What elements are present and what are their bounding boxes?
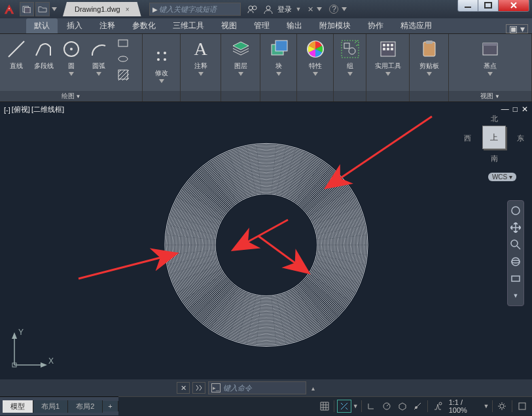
- svg-line-87: [414, 403, 421, 409]
- layout-tab-1[interactable]: 布局1: [33, 400, 68, 413]
- tab-featured[interactable]: 精选应用: [393, 18, 440, 33]
- close-document-icon[interactable]: ×: [126, 6, 130, 13]
- window-controls: [458, 0, 529, 12]
- viewport-label[interactable]: [-] [俯视] [二维线框]: [4, 105, 64, 114]
- command-input[interactable]: ▸_ 键入命令: [208, 381, 306, 394]
- vp-maximize-icon[interactable]: □: [513, 105, 518, 114]
- svg-rect-26: [391, 44, 393, 46]
- tab-view[interactable]: 视图: [213, 18, 245, 33]
- tool-utility[interactable]: 实用工具: [374, 37, 402, 77]
- tab-3dtools[interactable]: 三维工具: [165, 18, 212, 33]
- tab-insert[interactable]: 插入: [59, 18, 90, 33]
- sb-snap-drop[interactable]: ▼: [353, 403, 359, 409]
- ribbon: 直线 多段线 圆 圆弧 绘图 ▼ 修改 A注释 图层 块: [0, 34, 532, 102]
- tool-properties[interactable]: 特性: [303, 37, 328, 77]
- svg-point-2: [249, 6, 253, 10]
- close-button[interactable]: [498, 0, 529, 12]
- exchange-icon[interactable]: ✕: [308, 5, 313, 14]
- tool-hatch[interactable]: [116, 68, 130, 81]
- canvas[interactable]: Y X 北 西 东 南 上 WCS ▾ ▼: [0, 102, 532, 379]
- layout-tab-add[interactable]: +: [103, 401, 118, 411]
- svg-rect-18: [275, 41, 287, 51]
- svg-line-7: [9, 41, 24, 57]
- cmd-expand-icon[interactable]: ▴: [311, 385, 315, 392]
- sb-workspace-icon[interactable]: [515, 400, 529, 413]
- tab-collab[interactable]: 协作: [360, 18, 391, 33]
- tab-manage[interactable]: 管理: [246, 18, 277, 33]
- svg-rect-31: [426, 41, 433, 44]
- svg-point-79: [512, 207, 520, 215]
- qat-dropdown-icon[interactable]: [51, 2, 58, 16]
- drawing-viewport[interactable]: [-] [俯视] [二维线框] — □ ✕ Y X: [0, 102, 532, 379]
- vp-close-icon[interactable]: ✕: [522, 105, 528, 114]
- wcs-badge[interactable]: WCS ▾: [488, 173, 516, 181]
- nav-showmotion-icon[interactable]: [510, 273, 522, 285]
- sb-polar-icon[interactable]: [380, 400, 394, 413]
- tool-group[interactable]: 组: [338, 37, 363, 77]
- help-dropdown-icon[interactable]: [341, 2, 347, 16]
- login-area[interactable]: 登录 ▼ ✕ ?: [246, 2, 348, 16]
- qat-open-icon[interactable]: [35, 2, 50, 16]
- layout-tab-2[interactable]: 布局2: [68, 400, 103, 413]
- sb-scale-drop[interactable]: ▼: [484, 403, 489, 409]
- vp-minimize-icon[interactable]: —: [501, 105, 509, 114]
- tool-layer[interactable]: 图层: [228, 37, 253, 77]
- qat-new-icon[interactable]: [20, 2, 34, 16]
- sb-grid-icon[interactable]: [317, 400, 332, 413]
- panel-annotation: A注释: [181, 34, 221, 101]
- nav-dropdown-icon[interactable]: ▼: [510, 290, 522, 302]
- tool-clipboard[interactable]: 剪贴板: [417, 37, 442, 77]
- tab-output[interactable]: 输出: [279, 18, 310, 33]
- svg-point-83: [512, 260, 520, 263]
- viewcube-face[interactable]: 上: [482, 126, 506, 149]
- panel-title-utility: [366, 91, 409, 101]
- svg-point-16: [164, 58, 166, 61]
- minimize-button[interactable]: [457, 0, 478, 12]
- tool-basepoint[interactable]: 基点: [478, 37, 503, 77]
- sb-isodraft-icon[interactable]: [395, 400, 410, 413]
- tool-circle[interactable]: 圆: [59, 37, 84, 77]
- panel-title-block: [260, 91, 296, 101]
- svg-rect-30: [423, 42, 435, 56]
- tool-ellipse[interactable]: [116, 52, 130, 65]
- search-input[interactable]: ▶ 键入关键字或短语: [149, 3, 241, 16]
- maximize-button[interactable]: [478, 0, 499, 12]
- cmd-close-icon[interactable]: ✕: [177, 382, 190, 394]
- tool-polyline[interactable]: 多段线: [31, 37, 56, 72]
- ribbon-expander-icon[interactable]: ▣ ▾: [506, 24, 528, 33]
- help-icon[interactable]: ?: [329, 5, 338, 14]
- sb-scale-value[interactable]: 1:1 / 100%: [446, 398, 482, 414]
- sb-ortho-icon[interactable]: [364, 400, 379, 413]
- sb-snap-icon[interactable]: [337, 400, 351, 413]
- svg-point-4: [266, 6, 270, 10]
- nav-fullnav-icon[interactable]: [510, 205, 522, 217]
- sb-gear-icon[interactable]: [495, 400, 509, 413]
- document-tab[interactable]: Drawing1.dwg ×: [63, 2, 141, 16]
- panel-title-view[interactable]: 视图 ▼: [449, 91, 531, 101]
- app-logo[interactable]: [0, 0, 18, 18]
- layout-tab-model[interactable]: 模型: [3, 400, 33, 413]
- tab-annotation[interactable]: 注释: [92, 18, 123, 33]
- tool-line[interactable]: 直线: [4, 37, 29, 72]
- tool-arc[interactable]: 圆弧: [86, 37, 111, 77]
- tool-text[interactable]: A注释: [188, 37, 213, 77]
- nav-pan-icon[interactable]: [510, 222, 522, 234]
- svg-point-9: [70, 48, 73, 50]
- tool-rectangle[interactable]: [116, 37, 130, 50]
- login-dropdown-icon[interactable]: ▼: [296, 6, 302, 12]
- nav-zoom-icon[interactable]: [510, 239, 522, 251]
- sb-annoscale-icon[interactable]: [431, 400, 445, 413]
- nav-orbit-icon[interactable]: [510, 256, 522, 268]
- tab-default[interactable]: 默认: [26, 18, 58, 33]
- panel-modify: 修改: [143, 34, 181, 101]
- viewcube[interactable]: 北 西 东 南 上: [468, 114, 520, 161]
- sb-otrack-icon[interactable]: [411, 400, 425, 413]
- tab-addons[interactable]: 附加模块: [311, 18, 359, 33]
- panel-title-draw[interactable]: 绘图 ▼: [0, 91, 142, 101]
- tab-parametric[interactable]: 参数化: [124, 18, 164, 33]
- cmd-recent-icon[interactable]: [192, 382, 205, 394]
- tool-modify[interactable]: 修改: [149, 44, 174, 84]
- exchange-dropdown-icon[interactable]: [316, 2, 323, 16]
- tool-block[interactable]: 块: [266, 37, 291, 77]
- ucs-icon: Y X: [8, 326, 54, 372]
